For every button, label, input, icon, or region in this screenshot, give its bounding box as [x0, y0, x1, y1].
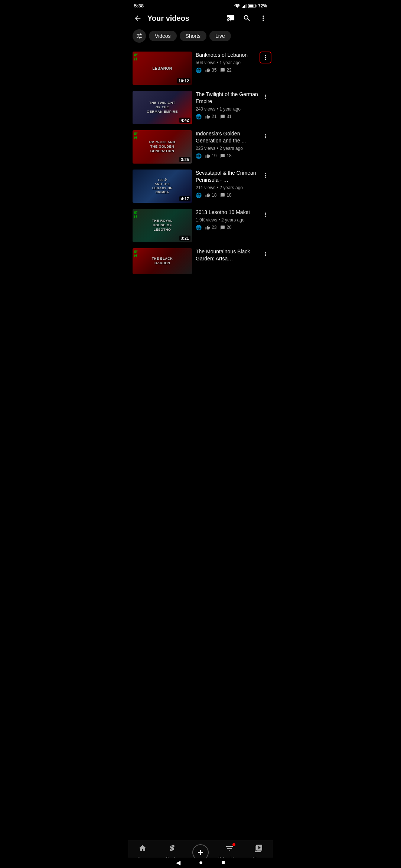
svg-rect-4	[245, 4, 247, 8]
thumbnail[interactable]: MH THE ROYALHOUSE OFLESOTHO 3:21	[133, 209, 192, 242]
duration-badge: 3:21	[179, 236, 190, 241]
duration-badge: 4:17	[179, 196, 190, 201]
video-info: The Twilight of the German Empire 240 vi…	[196, 91, 268, 119]
tab-shorts[interactable]: Shorts	[180, 31, 206, 41]
thumb-text: LEBANON	[153, 66, 172, 71]
list-item: MH THE BLACKGARDEN The Mountainous Black…	[128, 245, 273, 277]
video-info: Banknotes of Lebanon 504 views • 1 year …	[196, 52, 268, 73]
thumbnail[interactable]: MH THE BLACKGARDEN	[133, 248, 192, 274]
likes-count: 18	[205, 193, 216, 198]
search-button[interactable]	[242, 13, 252, 23]
more-options-button[interactable]	[260, 170, 271, 181]
video-title: Indonesia's Golden Generation and the ..…	[196, 130, 267, 144]
likes-count: 21	[205, 114, 216, 119]
likes-count: 23	[205, 225, 216, 230]
likes-count: 35	[205, 68, 216, 73]
video-title: 2013 Lesotho 10 Maloti	[196, 209, 267, 216]
page-title: Your videos	[147, 14, 222, 23]
video-stats: 🌐 23 26	[196, 225, 267, 230]
svg-rect-6	[255, 5, 256, 7]
tab-videos[interactable]: Videos	[149, 31, 177, 41]
comments-count: 18	[220, 153, 231, 158]
duration-badge: 4:42	[179, 118, 190, 123]
video-meta: 211 views • 2 years ago	[196, 185, 267, 190]
overflow-menu-button[interactable]	[258, 13, 268, 23]
video-stats: 🌐 21 31	[196, 114, 267, 119]
signal-icon	[242, 4, 247, 8]
battery-pct: 72%	[258, 3, 267, 9]
thumbnail[interactable]: THE TWILIGHTOF THEGERMAN EMPIRE 4:42	[133, 91, 192, 124]
more-options-button[interactable]	[260, 130, 271, 142]
svg-rect-2	[243, 6, 244, 8]
comments-count: 18	[220, 193, 231, 198]
more-options-button[interactable]	[260, 209, 271, 221]
more-options-button-highlighted[interactable]	[260, 52, 271, 63]
globe-icon: 🌐	[196, 225, 202, 230]
svg-point-0	[237, 7, 238, 8]
video-info: Sevastapol & the Crimean Peninsula - … 2…	[196, 170, 268, 198]
wifi-icon	[234, 4, 240, 8]
list-item: MH LEBANON 10:12 Banknotes of Lebanon 50…	[128, 49, 273, 88]
status-time: 5:38	[134, 3, 144, 9]
video-title: The Twilight of the German Empire	[196, 91, 267, 105]
svg-rect-3	[244, 5, 245, 8]
likes-count: 19	[205, 153, 216, 158]
list-item: THE TWILIGHTOF THEGERMAN EMPIRE 4:42 The…	[128, 88, 273, 127]
list-item: 100 ₽AND THELEGACY OFCRIMEA 4:17 Sevasta…	[128, 167, 273, 206]
globe-icon: 🌐	[196, 153, 202, 159]
video-stats: 🌐 19 18	[196, 153, 267, 159]
battery-icon	[248, 4, 257, 8]
cast-button[interactable]	[225, 13, 236, 23]
video-title: Sevastapol & the Crimean Peninsula - …	[196, 170, 267, 184]
video-meta: 504 views • 1 year ago	[196, 60, 267, 65]
back-button[interactable]	[133, 13, 143, 23]
video-title: Banknotes of Lebanon	[196, 52, 267, 59]
header-action-icons	[225, 13, 268, 23]
video-stats: 🌐 35 22	[196, 68, 267, 73]
thumb-text: THE TWILIGHTOF THEGERMAN EMPIRE	[147, 101, 178, 114]
globe-icon: 🌐	[196, 68, 202, 73]
more-options-button[interactable]	[260, 248, 271, 260]
list-item: MH THE ROYALHOUSE OFLESOTHO 3:21 2013 Le…	[128, 206, 273, 245]
svg-rect-1	[242, 7, 243, 8]
comments-count: 22	[220, 68, 231, 73]
tab-live[interactable]: Live	[209, 31, 231, 41]
duration-badge: 3:25	[179, 157, 190, 162]
thumbnail[interactable]: 100 ₽AND THELEGACY OFCRIMEA 4:17	[133, 170, 192, 203]
duration-badge: 10:12	[177, 78, 190, 83]
globe-icon: 🌐	[196, 193, 202, 198]
thumb-text: 100 ₽AND THELEGACY OFCRIMEA	[152, 178, 172, 194]
video-info: The Mountainous Black Garden: Artsa…	[196, 248, 268, 264]
list-item: MH RP 75,000 ANDTHE GOLDENGENERATION 3:2…	[128, 127, 273, 167]
svg-rect-7	[249, 4, 253, 7]
status-bar: 5:38 72%	[128, 0, 273, 10]
video-meta: 1.9K views • 2 years ago	[196, 217, 267, 223]
header: Your videos	[128, 10, 273, 28]
video-stats: 🌐 18 18	[196, 193, 267, 198]
globe-icon: 🌐	[196, 114, 202, 119]
comments-count: 26	[220, 225, 231, 230]
video-meta: 240 views • 1 year ago	[196, 106, 267, 112]
video-meta: 225 views • 2 years ago	[196, 146, 267, 151]
thumb-text: THE ROYALHOUSE OFLESOTHO	[152, 219, 173, 232]
video-list: MH LEBANON 10:12 Banknotes of Lebanon 50…	[128, 47, 273, 314]
more-options-button[interactable]	[260, 91, 271, 103]
thumbnail[interactable]: MH LEBANON 10:12	[133, 52, 192, 85]
thumb-text: THE BLACKGARDEN	[152, 257, 173, 265]
filter-bar: Videos Shorts Live	[128, 28, 273, 47]
comments-count: 31	[220, 114, 231, 119]
thumbnail[interactable]: MH RP 75,000 ANDTHE GOLDENGENERATION 3:2…	[133, 130, 192, 164]
video-info: 2013 Lesotho 10 Maloti 1.9K views • 2 ye…	[196, 209, 268, 230]
video-title: The Mountainous Black Garden: Artsa…	[196, 248, 267, 262]
thumb-text: RP 75,000 ANDTHE GOLDENGENERATION	[149, 140, 176, 153]
filter-icon-button[interactable]	[133, 29, 146, 43]
status-icons: 72%	[234, 3, 267, 9]
video-info: Indonesia's Golden Generation and the ..…	[196, 130, 268, 159]
